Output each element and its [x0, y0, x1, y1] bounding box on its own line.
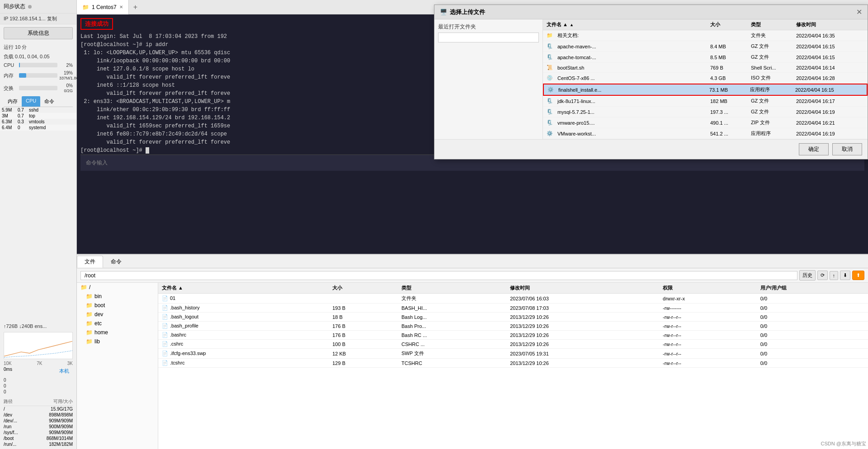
folder-icon: 📁: [86, 329, 93, 336]
dir-label: etc: [94, 320, 102, 327]
dir-item-lib[interactable]: 📁 lib: [77, 337, 158, 346]
dialog-footer: 确定 取消: [434, 139, 868, 159]
cpu-val: 2%: [59, 63, 73, 68]
up-button[interactable]: ↑: [830, 271, 839, 280]
path-header: 路径: [4, 398, 53, 405]
network-row: ↑726B ↓240B ens...: [0, 322, 76, 330]
col-type-header[interactable]: 类型: [751, 21, 796, 28]
list-item[interactable]: 🗜️ vmware-pro15.... 490.1 ... ZIP 文件 202…: [543, 117, 868, 128]
folder-icon: 📁: [80, 284, 87, 290]
history-button[interactable]: 历史: [799, 270, 816, 281]
table-row[interactable]: 📄.bash_profile 176 B Bash Pro... 2013/12…: [158, 322, 868, 331]
mem-label: 内存: [4, 72, 17, 79]
dir-label: dev: [94, 311, 103, 318]
tab-cmd[interactable]: 命令: [103, 256, 129, 268]
list-item[interactable]: ⚙️ VMware-workst... 541.2 ... 应用程序 2022/…: [543, 128, 868, 139]
dir-item-etc[interactable]: 📁 etc: [77, 319, 158, 328]
list-item[interactable]: 📜 bootStart.sh 769 B Shell Scri... 2022/…: [543, 63, 868, 73]
dialog-right-panel: 文件名 ▲ 大小 类型 修改时间 📁 相关文档: 文件夹 2022/04/04 …: [543, 19, 868, 139]
table-row[interactable]: 📄.bash_history 193 B BASH_HI... 2023/07/…: [158, 304, 868, 313]
tab-cmd[interactable]: 命令: [40, 96, 58, 107]
disk-header: 路径 可用/大小: [4, 398, 73, 406]
cmd-input-label: 命令输入: [86, 159, 108, 167]
list-item[interactable]: 💿 CentOS-7-x86 ... 4.3 GB ISO 文件 2022/04…: [543, 73, 868, 84]
folder-icon: 📁: [86, 302, 93, 309]
folder-icon: 📁: [86, 311, 93, 318]
disk-list: /15.9G/17G /dev898M/898M /dev/...909M/90…: [4, 406, 73, 447]
tab-cpu[interactable]: CPU: [22, 96, 40, 107]
net-stats: ↑726B ↓240B ens...: [4, 323, 47, 329]
list-item[interactable]: 🗜️ apache-tomcat-... 8.5 MB GZ 文件 2022/0…: [543, 52, 868, 63]
col-type[interactable]: 类型: [398, 283, 506, 294]
dialog-left-panel: 最近打开文件夹: [434, 19, 543, 139]
network-chart: [4, 332, 73, 359]
tab-add-button[interactable]: +: [129, 3, 142, 11]
table-row[interactable]: 📄.bash_logout 18 B Bash Log... 2013/12/2…: [158, 313, 868, 322]
dialog-search-input[interactable]: [438, 33, 539, 42]
table-row[interactable]: 📄.bashrc 176 B Bash RC ... 2013/12/29 10…: [158, 331, 868, 340]
local-btn[interactable]: 本机: [59, 368, 69, 374]
uptime-label: 运行 10 分: [0, 42, 76, 52]
folder-icon: 📁: [86, 338, 93, 345]
sidebar-stats: 0 0 0: [0, 376, 76, 396]
cpu-row: CPU 2%: [0, 61, 76, 69]
list-item[interactable]: 🗜️ mysql-5.7.25-1... 197.3 ... GZ 文件 202…: [543, 107, 868, 117]
list-item[interactable]: ⚙️ finalshell_install.e... 73.1 MB 应用程序 …: [543, 84, 868, 96]
table-row[interactable]: 📄.ifcfg-ens33.swp 12 KB SWP 文件 2023/07/0…: [158, 349, 868, 359]
dir-item-home[interactable]: 📁 home: [77, 328, 158, 337]
dialog-file-header: 文件名 ▲ 大小 类型 修改时间: [543, 19, 868, 30]
upload-button[interactable]: ⬆: [852, 271, 864, 280]
list-item: /dev898M/898M: [4, 412, 73, 418]
col-mtime[interactable]: 修改时间: [506, 283, 659, 294]
refresh-button[interactable]: ⟳: [817, 271, 828, 280]
tab-files[interactable]: 文件: [77, 256, 103, 268]
col-time-header[interactable]: 修改时间: [796, 21, 864, 28]
col-size-header[interactable]: 大小: [710, 21, 751, 28]
recent-label: 最近打开文件夹: [438, 23, 539, 31]
swap-val: 0% 0/2G: [59, 83, 73, 93]
table-row[interactable]: 📄.tcshrc 129 B TCSHRC 2013/12/29 10:26 -…: [158, 359, 868, 368]
col-size[interactable]: 大小: [329, 283, 398, 294]
sys-info-button[interactable]: 系统信息: [4, 27, 73, 39]
ip-row: IP 192.168.154.1... 复制: [0, 14, 76, 24]
download-button[interactable]: ⬇: [840, 271, 850, 280]
col-owner[interactable]: 用户/用户组: [757, 283, 868, 294]
col-name-header[interactable]: 文件名 ▲: [547, 21, 710, 28]
tab-centos7[interactable]: 📁 1 Centos7 ✕: [77, 0, 129, 14]
tab-close-icon[interactable]: ✕: [119, 5, 123, 9]
table-row[interactable]: 📄01 文件夹 2023/07/06 16:03 drwxr-xr-x 0/0: [158, 294, 868, 304]
dir-item-bin[interactable]: 📁 bin: [77, 292, 158, 301]
file-manager: 文件 命令 /root 历史 ⟳ ↑ ⬇ ⬆ 📁 /: [77, 254, 868, 449]
col-name[interactable]: 文件名 ▲: [158, 283, 329, 294]
list-item[interactable]: 🗜️ jdk-8u171-linux... 182 MB GZ 文件 2022/…: [543, 96, 868, 107]
load-label: 负载 0.01, 0.04, 0.05: [0, 52, 76, 61]
dir-item-dev[interactable]: 📁 dev: [77, 310, 158, 319]
list-item[interactable]: 🗜️ apache-maven-... 8.4 MB GZ 文件 2022/04…: [543, 41, 868, 52]
col-perm[interactable]: 权限: [659, 283, 757, 294]
table-row[interactable]: 📄.cshrc 100 B CSHRC ... 2013/12/29 10:26…: [158, 340, 868, 349]
avail-header: 可用/大小: [53, 398, 73, 405]
list-item: /run900M/909M: [4, 424, 73, 430]
tab-mem[interactable]: 内存: [4, 96, 22, 107]
ping-row: 0ms 本机: [0, 366, 76, 376]
list-item[interactable]: 📁 相关文档: 文件夹 2022/04/04 16:35: [543, 30, 868, 41]
dialog-close-button[interactable]: ✕: [856, 8, 862, 16]
folder-icon: 📁: [82, 4, 89, 10]
dir-tree: 📁 / 📁 bin 📁 boot 📁 d: [77, 283, 158, 449]
connected-badge: 连接成功: [80, 18, 113, 30]
file-toolbar: /root 历史 ⟳ ↑ ⬇ ⬆: [77, 268, 868, 283]
list-item: /boot868M/1014M: [4, 435, 73, 441]
folder-icon: 📁: [86, 320, 93, 327]
dialog-cancel-button[interactable]: 取消: [832, 143, 862, 155]
swap-label: 交换: [4, 85, 17, 92]
dir-label: /: [89, 284, 90, 290]
folder-icon: 📁: [86, 293, 93, 299]
dir-item-root[interactable]: 📁 /: [77, 283, 158, 292]
list-item: /15.9G/17G: [4, 406, 73, 412]
list-item: /sys/f...909M/909M: [4, 430, 73, 435]
file-table-header: 文件名 ▲ 大小 类型 修改时间 权限 用户/用户组: [158, 283, 868, 294]
dialog-ok-button[interactable]: 确定: [799, 143, 829, 155]
dir-label: lib: [94, 338, 100, 345]
ping-val: 0ms: [4, 367, 12, 375]
dir-item-boot[interactable]: 📁 boot: [77, 301, 158, 310]
